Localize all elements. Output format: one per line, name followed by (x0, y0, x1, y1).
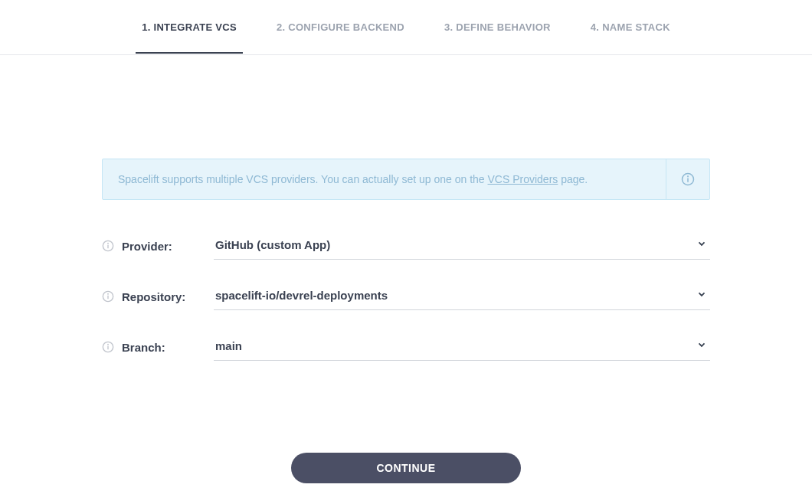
svg-point-8 (108, 293, 109, 294)
repository-select[interactable]: spacelift-io/devrel-deployments (214, 283, 710, 310)
info-icon[interactable] (102, 290, 114, 303)
form-rows: Provider: GitHub (custom App) Repository… (102, 232, 710, 361)
provider-select[interactable]: GitHub (custom App) (214, 232, 710, 260)
svg-point-5 (108, 243, 109, 244)
branch-label: Branch: (122, 341, 206, 354)
svg-point-2 (688, 176, 689, 177)
info-banner: Spacelift supports multiple VCS provider… (102, 159, 710, 200)
provider-label: Provider: (122, 240, 206, 253)
tab-configure-backend[interactable]: 2. CONFIGURE BACKEND (270, 2, 411, 53)
wizard-tabs: 1. INTEGRATE VCS 2. CONFIGURE BACKEND 3.… (0, 0, 812, 55)
chevron-down-icon (696, 289, 707, 299)
banner-text-after: page. (558, 173, 588, 185)
banner-info-icon (666, 159, 709, 199)
chevron-down-icon (696, 339, 707, 350)
tab-define-behavior[interactable]: 3. DEFINE BEHAVIOR (438, 2, 557, 53)
repository-row: Repository: spacelift-io/devrel-deployme… (102, 283, 710, 310)
provider-row: Provider: GitHub (custom App) (102, 232, 710, 260)
content-area: Spacelift supports multiple VCS provider… (102, 55, 710, 483)
info-icon[interactable] (102, 341, 114, 353)
tab-integrate-vcs[interactable]: 1. INTEGRATE VCS (136, 2, 243, 53)
continue-button[interactable]: CONTINUE (291, 453, 521, 483)
branch-row: Branch: main (102, 333, 710, 361)
svg-point-11 (108, 344, 109, 345)
banner-text: Spacelift supports multiple VCS provider… (103, 159, 666, 199)
branch-select[interactable]: main (214, 333, 710, 361)
vcs-providers-link[interactable]: VCS Providers (488, 173, 558, 185)
repository-label: Repository: (122, 290, 206, 303)
banner-text-before: Spacelift supports multiple VCS provider… (118, 173, 488, 185)
tab-name-stack[interactable]: 4. NAME STACK (584, 2, 676, 53)
info-icon[interactable] (102, 240, 114, 252)
button-container: CONTINUE (102, 453, 710, 483)
provider-value: GitHub (custom App) (214, 238, 710, 251)
branch-value: main (214, 339, 710, 352)
repository-value: spacelift-io/devrel-deployments (214, 289, 710, 302)
chevron-down-icon (696, 238, 707, 249)
